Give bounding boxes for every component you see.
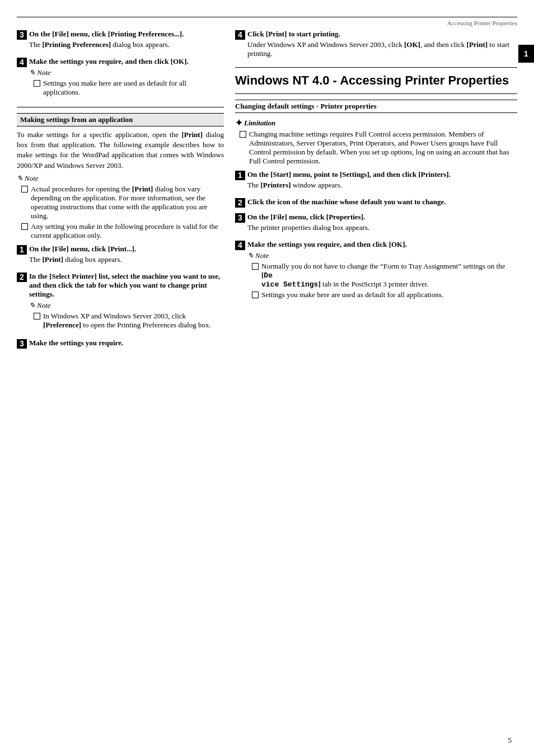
step-3a-heading: On the [File] menu, click [Printing Pref… (29, 30, 224, 39)
step-1b-content: On the [File] menu, click [Print...]. Th… (29, 245, 224, 267)
limitation-icon: ✦ (235, 118, 242, 128)
note-title-2b: ✎ Note (29, 301, 224, 310)
left-column: 3 On the [File] menu, click [Printing Pr… (17, 30, 224, 354)
nt-step-3-content: On the [File] menu, click [Properties]. … (247, 213, 517, 236)
limitation-item-1: Changing machine settings requires Full … (240, 130, 517, 166)
checkbox-2b-1 (34, 313, 40, 320)
nt-step-4: 4 Make the settings you require, and the… (235, 240, 517, 304)
note-making-settings: ✎ Note Actual procedures for opening the… (17, 174, 224, 240)
note-2b: ✎ Note In Windows XP and Windows Server … (29, 301, 224, 330)
note-4a: ✎ Note Settings you make here are used a… (29, 68, 224, 97)
step-num-3b: 3 (17, 339, 27, 349)
section-divider-2 (235, 67, 517, 68)
step-4b-heading: Click [Print] to start printing. (247, 30, 517, 39)
making-settings-heading: Making settings from an application (17, 113, 224, 126)
making-settings-para: To make settings for a specific applicat… (17, 130, 224, 171)
step-4b-sub: Under Windows XP and Windows Server 2003… (247, 40, 517, 58)
note-title-4a: ✎ Note (29, 68, 224, 77)
subsection-heading: Changing default settings - Printer prop… (235, 100, 517, 113)
note-icon-2b: ✎ (29, 301, 35, 310)
page: Accessing Printer Properties 1 3 On the … (0, 0, 534, 756)
step-3a-content: On the [File] menu, click [Printing Pref… (29, 30, 224, 53)
note-item-4a-1: Settings you make here are used as defau… (34, 79, 224, 97)
step-1b-sub: The [Print] dialog box appears. (29, 255, 224, 264)
page-number: 5 (508, 736, 512, 745)
step-1-print: 1 On the [File] menu, click [Print...]. … (17, 245, 224, 267)
note-item-making-1: Actual procedures for opening the [Print… (21, 185, 224, 220)
step-num-1b: 1 (17, 245, 27, 255)
top-rule (17, 17, 517, 17)
step-3b-heading: Make the settings you require. (29, 339, 224, 348)
nt-step-3: 3 On the [File] menu, click [Properties]… (235, 213, 517, 236)
header-text: Accessing Printer Properties (447, 20, 517, 26)
nt-step-num-4: 4 (235, 241, 245, 250)
limitation-title: ✦ Limitation (235, 118, 517, 128)
main-columns: 3 On the [File] menu, click [Printing Pr… (0, 30, 534, 354)
checkbox-nt-4-2 (252, 292, 259, 298)
nt-step-2: 2 Click the icon of the machine whose de… (235, 198, 517, 208)
step-4-click-print: 4 Click [Print] to start printing. Under… (235, 30, 517, 62)
note-item-2b-1: In Windows XP and Windows Server 2003, c… (34, 312, 224, 330)
checkbox-nt-4-1 (252, 263, 259, 270)
note-icon-4a: ✎ (29, 68, 35, 77)
nt-step-1: 1 On the [Start] menu, point to [Setting… (235, 170, 517, 193)
checkbox-making-2 (21, 223, 28, 230)
chapter-tab: 1 (518, 45, 534, 63)
step-3-printing-prefs: 3 On the [File] menu, click [Printing Pr… (17, 30, 224, 53)
limitation-block: ✦ Limitation Changing machine settings r… (235, 118, 517, 166)
page-header: Accessing Printer Properties (0, 20, 534, 26)
checkbox-lim-1 (240, 131, 246, 138)
right-column: 4 Click [Print] to start printing. Under… (235, 30, 517, 354)
step-3-make-settings: 3 Make the settings you require. (17, 339, 224, 349)
nt-step-1-sub: The [Printers] window appears. (247, 181, 517, 190)
step-num-3a: 3 (17, 30, 27, 40)
nt-step-4-content: Make the settings you require, and then … (247, 240, 517, 304)
step-num-4a: 4 (17, 58, 27, 67)
nt-step-num-2: 2 (235, 198, 245, 208)
note-title-making: ✎ Note (17, 174, 224, 183)
note-item-making-2: Any setting you make in the following pr… (21, 222, 224, 240)
nt-step-4-heading: Make the settings you require, and then … (247, 240, 517, 249)
note-icon-nt-4: ✎ (247, 251, 254, 260)
step-num-2b: 2 (17, 273, 27, 282)
nt-step-2-heading: Click the icon of the machine whose defa… (247, 198, 517, 206)
note-icon-making: ✎ (17, 174, 23, 183)
section-divider-3 (235, 93, 517, 94)
nt-step-1-content: On the [Start] menu, point to [Settings]… (247, 170, 517, 193)
step-4b-content: Click [Print] to start printing. Under W… (247, 30, 517, 62)
nt-step-num-1: 1 (235, 171, 245, 180)
step-1b-heading: On the [File] menu, click [Print...]. (29, 245, 224, 253)
nt-step-1-heading: On the [Start] menu, point to [Settings]… (247, 170, 517, 179)
nt-step-3-sub: The printer properties dialog box appear… (247, 223, 517, 232)
nt-step-num-3: 3 (235, 213, 245, 223)
nt-step-2-content: Click the icon of the machine whose defa… (247, 198, 517, 208)
step-3b-content: Make the settings you require. (29, 339, 224, 349)
note-title-nt-4: ✎ Note (247, 251, 517, 260)
checkbox-making-1 (21, 186, 28, 192)
step-4a-heading: Make the settings you require, and then … (29, 57, 224, 66)
windows-nt-heading: Windows NT 4.0 - Accessing Printer Prope… (235, 73, 517, 88)
note-item-nt-4-2: Settings you make here are used as defau… (252, 290, 517, 299)
step-2-select-printer: 2 In the [Select Printer] list, select t… (17, 272, 224, 334)
checkbox-4a-1 (34, 80, 40, 87)
nt-step-3-heading: On the [File] menu, click [Properties]. (247, 213, 517, 222)
step-4-make-settings: 4 Make the settings you require, and the… (17, 57, 224, 101)
step-2b-heading: In the [Select Printer] list, select the… (29, 272, 224, 299)
note-item-nt-4-1: Normally you do not have to change the “… (252, 262, 517, 289)
step-2b-content: In the [Select Printer] list, select the… (29, 272, 224, 334)
step-3a-sub: The [Printing Preferences] dialog box ap… (29, 40, 224, 49)
section-divider-1 (17, 107, 224, 107)
step-num-4b: 4 (235, 30, 245, 40)
step-4a-content: Make the settings you require, and then … (29, 57, 224, 101)
note-nt-4: ✎ Note Normally you do not have to chang… (247, 251, 517, 299)
